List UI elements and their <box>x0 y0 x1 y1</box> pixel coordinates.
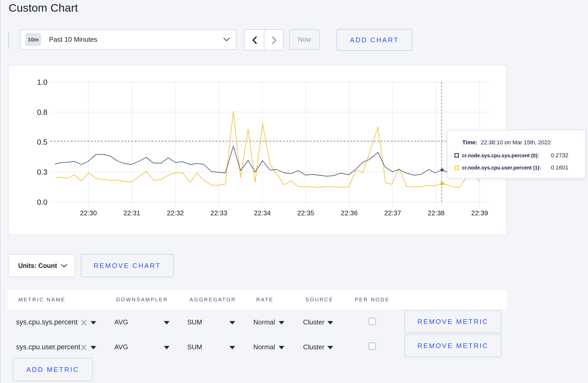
svg-text:0.0: 0.0 <box>37 198 47 206</box>
svg-text:22:35: 22:35 <box>297 209 314 217</box>
svg-text:22:38: 22:38 <box>428 209 445 217</box>
svg-text:0.5: 0.5 <box>37 138 47 146</box>
svg-text:1.0: 1.0 <box>37 78 47 86</box>
svg-text:22:33: 22:33 <box>210 209 227 217</box>
svg-text:22:32: 22:32 <box>167 209 184 217</box>
svg-text:22:31: 22:31 <box>123 209 140 217</box>
svg-text:22:39: 22:39 <box>471 209 488 217</box>
svg-text:22:30: 22:30 <box>80 209 97 217</box>
svg-text:22:36: 22:36 <box>341 209 358 217</box>
svg-text:0.8: 0.8 <box>37 108 47 116</box>
svg-text:22:34: 22:34 <box>254 209 271 217</box>
svg-text:22:37: 22:37 <box>384 209 401 217</box>
svg-text:0.3: 0.3 <box>37 168 47 176</box>
